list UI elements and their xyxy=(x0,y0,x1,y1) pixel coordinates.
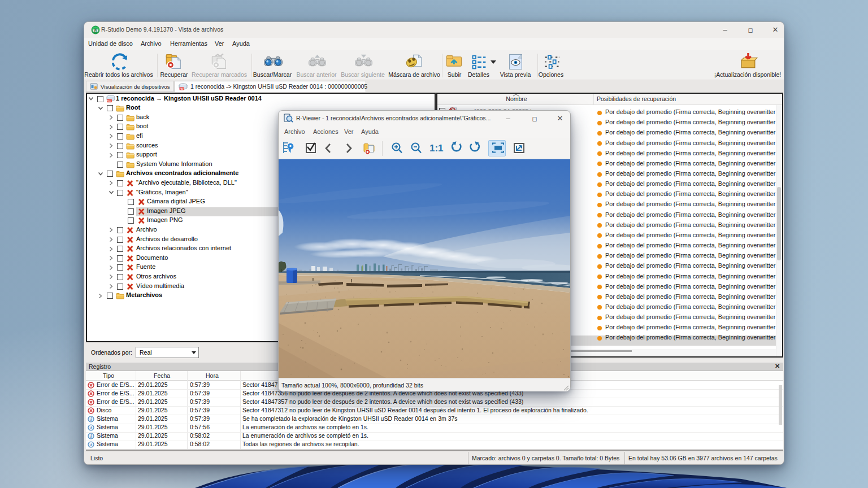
svg-text:1:1: 1:1 xyxy=(429,143,444,154)
svg-text:Rec: Rec xyxy=(107,99,112,102)
svg-text:R: R xyxy=(94,29,97,33)
svg-text:FAT: FAT xyxy=(180,88,184,90)
